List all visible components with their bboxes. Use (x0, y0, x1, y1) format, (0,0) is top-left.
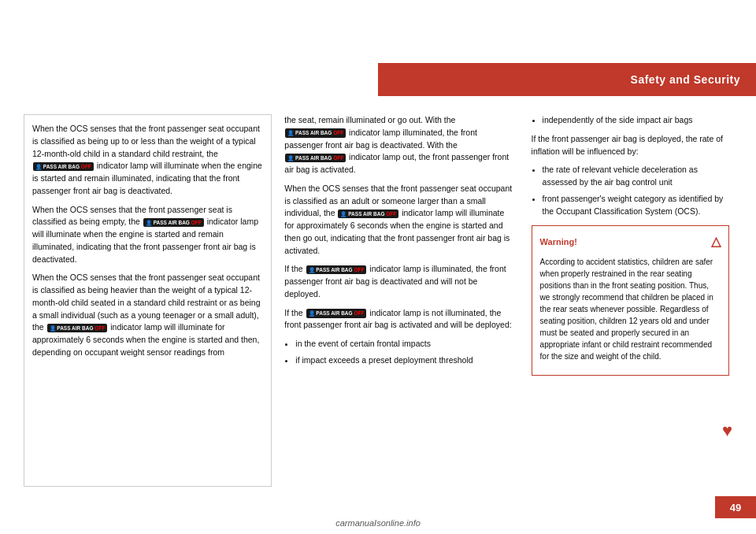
pass-airbag-off-badge-m2: 👤 PASS AIR BAG OFF (285, 154, 346, 163)
warning-box: Warning! △ According to accident statist… (532, 225, 729, 376)
heart-icon: ♥ (722, 417, 732, 443)
middle-bullet-list: in the event of certain frontal impacts … (284, 338, 515, 367)
right-bullet-list-2: the rate of relevant vehicle deceleratio… (532, 164, 729, 217)
left-para-1: When the OCS senses that the front passe… (32, 123, 263, 198)
middle-para-2: When the OCS senses that the front passe… (284, 183, 515, 258)
right-bullet-top-1: independently of the side impact air bag… (543, 114, 729, 127)
pass-airbag-off-badge-m4: 👤 PASS AIR BAG OFF (306, 265, 367, 275)
pass-airbag-off-badge-m5: 👤 PASS AIR BAG OFF (306, 309, 367, 318)
column-right: independently of the side impact air bag… (528, 114, 732, 487)
header-bar: Safety and Security (378, 63, 756, 96)
warning-triangle-icon: △ (711, 232, 721, 251)
left-para-3: When the OCS senses that the front passe… (32, 272, 263, 358)
right-bullet-top: independently of the side impact air bag… (532, 114, 729, 127)
warning-title: Warning! (540, 235, 577, 249)
pass-airbag-off-badge-1: 👤 PASS AIR BAG OFF (33, 162, 94, 172)
right-bullet-2-2: front passenger's weight category as ide… (543, 193, 729, 218)
left-para-2: When the OCS senses that the front passe… (32, 204, 263, 266)
middle-bullet-1: in the event of certain frontal impacts (295, 338, 515, 350)
middle-bullet-2: if impact exceeds a preset deployment th… (295, 354, 515, 367)
pass-airbag-off-badge-3: 👤 PASS AIR BAG OFF (47, 324, 108, 333)
pass-airbag-off-badge-m1: 👤 PASS AIR BAG OFF (285, 128, 346, 138)
column-middle: the seat, remain illuminated or go out. … (281, 114, 518, 487)
right-bullet-2-1: the rate of relevant vehicle deceleratio… (543, 164, 729, 189)
header-title: Safety and Security (631, 73, 740, 86)
column-left: When the OCS senses that the front passe… (24, 114, 272, 487)
main-content: When the OCS senses that the front passe… (0, 114, 756, 487)
right-text1: If the front passenger air bag is deploy… (532, 133, 729, 158)
warning-header: Warning! △ (540, 232, 721, 251)
middle-para-3: If the 👤 PASS AIR BAG OFF indicator lamp… (284, 263, 515, 300)
middle-para-4: If the 👤 PASS AIR BAG OFF indicator lamp… (284, 307, 515, 332)
pass-airbag-off-badge-m3: 👤 PASS AIR BAG OFF (338, 210, 398, 219)
middle-para-1: the seat, remain illuminated or go out. … (284, 114, 515, 176)
warning-text: According to accident statistics, childr… (540, 256, 721, 362)
pass-airbag-off-badge-2: 👤 PASS AIR BAG OFF (143, 218, 204, 228)
footer-watermark: carmanuaIsonline.info (335, 518, 421, 528)
page-number: 49 (715, 496, 756, 518)
